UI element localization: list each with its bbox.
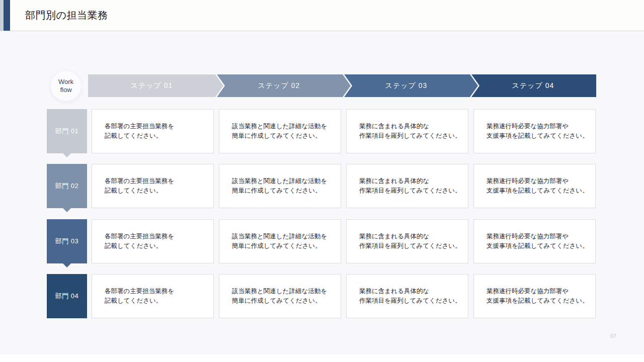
- task-cell-row2-col3: 業務に含まれる具体的な 作業項目を羅列してみてください。: [346, 164, 468, 208]
- department-notch-03: [63, 263, 71, 267]
- task-text-line2: 記載してください。: [105, 186, 209, 196]
- task-cell-row1-col4: 業務遂行時必要な協力部署や 支援事項を記載してみてください。: [473, 109, 596, 153]
- step-label-03: ステップ 03: [385, 81, 428, 90]
- department-box-04: 部門 04: [47, 274, 87, 318]
- workflow-badge-line2: flow: [60, 86, 71, 94]
- task-cell-row4-col1: 各部署の主要担当業務を 記載してください。: [92, 274, 214, 318]
- task-cell-row3-col1: 各部署の主要担当業務を 記載してください。: [92, 219, 214, 263]
- department-notch-01: [63, 153, 71, 157]
- task-text-line1: 該当業務と関連した詳細な活動を: [232, 232, 337, 241]
- task-text-line2: 簡単に作成してみてください。: [232, 241, 337, 251]
- task-text-line2: 記載してください。: [105, 296, 209, 306]
- department-row-01: 部門 01 各部署の主要担当業務を 記載してください。 該当業務と関連した詳細な…: [0, 109, 644, 153]
- task-text-line2: 記載してください。: [105, 131, 209, 141]
- task-cell-row1-col2: 該当業務と関連した詳細な活動を 簡単に作成してみてください。: [219, 109, 341, 153]
- department-label-02: 部門 02: [55, 182, 79, 191]
- task-cell-row2-col4: 業務遂行時必要な協力部署や 支援事項を記載してみてください。: [473, 164, 596, 208]
- task-text-line1: 業務に含まれる具体的な: [359, 122, 464, 131]
- task-text-line2: 簡単に作成してみてください。: [232, 186, 337, 196]
- department-row-03: 部門 03 各部署の主要担当業務を 記載してください。 該当業務と関連した詳細な…: [0, 219, 644, 263]
- task-cell-row4-col4: 業務遂行時必要な協力部署や 支援事項を記載してみてください。: [473, 274, 596, 318]
- task-text-line1: 各部署の主要担当業務を: [105, 176, 209, 186]
- page-title: 部門別の担当業務: [25, 0, 108, 31]
- task-text-line1: 業務遂行時必要な協力部署や: [487, 287, 591, 296]
- step-arrow-02: ステップ 02: [215, 74, 351, 97]
- task-text-line2: 作業項目を羅列してみてください。: [359, 241, 464, 251]
- page-number: 07: [606, 333, 621, 339]
- step-arrow-04: ステップ 04: [470, 74, 596, 97]
- task-text-line1: 各部署の主要担当業務を: [105, 287, 209, 296]
- task-cell-row4-col2: 該当業務と関連した詳細な活動を 簡単に作成してみてください。: [219, 274, 341, 318]
- department-label-03: 部門 03: [55, 237, 79, 246]
- department-box-02: 部門 02: [47, 164, 87, 208]
- task-cell-row1-col1: 各部署の主要担当業務を 記載してください。: [92, 109, 214, 153]
- workflow-badge-line1: Work: [58, 78, 73, 86]
- task-text-line1: 業務遂行時必要な協力部署や: [487, 122, 591, 131]
- task-text-line1: 該当業務と関連した詳細な活動を: [232, 287, 337, 296]
- task-cell-row2-col1: 各部署の主要担当業務を 記載してください。: [92, 164, 214, 208]
- task-cell-row1-col3: 業務に含まれる具体的な 作業項目を羅列してみてください。: [346, 109, 468, 153]
- step-label-04: ステップ 04: [512, 81, 554, 90]
- task-text-line2: 作業項目を羅列してみてください。: [359, 296, 464, 306]
- department-row-04: 部門 04 各部署の主要担当業務を 記載してください。 該当業務と関連した詳細な…: [0, 274, 644, 318]
- step-arrow-02-shape: ステップ 02: [215, 74, 351, 97]
- step-label-01: ステップ 01: [131, 81, 173, 90]
- header-accent-strip: [0, 0, 4, 31]
- step-arrow-03-shape: ステップ 03: [343, 74, 478, 97]
- task-text-line1: 各部署の主要担当業務を: [105, 232, 209, 241]
- task-text-line1: 各部署の主要担当業務を: [105, 122, 209, 131]
- department-label-01: 部門 01: [55, 127, 79, 136]
- step-arrow-bar: ステップ 01 ステップ 02 ステップ 03 ステップ 04: [88, 74, 596, 97]
- task-cell-row3-col3: 業務に含まれる具体的な 作業項目を羅列してみてください。: [346, 219, 468, 263]
- department-box-03: 部門 03: [47, 219, 87, 263]
- department-box-01: 部門 01: [47, 109, 87, 153]
- task-text-line2: 支援事項を記載してみてください。: [487, 241, 591, 251]
- task-cell-row3-col4: 業務遂行時必要な協力部署や 支援事項を記載してみてください。: [473, 219, 596, 263]
- task-text-line2: 支援事項を記載してみてください。: [487, 296, 591, 306]
- slide: 部門別の担当業務 Work flow ステップ 01 ステップ 02 ステップ …: [0, 0, 644, 362]
- task-text-line1: 業務に含まれる具体的な: [359, 176, 464, 186]
- task-text-line2: 簡単に作成してみてください。: [232, 296, 337, 306]
- header: 部門別の担当業務: [0, 0, 644, 31]
- task-text-line2: 記載してください。: [105, 241, 209, 251]
- header-accent-bar: [4, 0, 10, 31]
- step-arrow-04-shape: ステップ 04: [470, 74, 596, 97]
- task-text-line1: 業務に含まれる具体的な: [359, 232, 464, 241]
- step-arrow-03: ステップ 03: [343, 74, 478, 97]
- department-label-04: 部門 04: [55, 292, 79, 301]
- department-notch-02: [63, 208, 71, 212]
- task-text-line2: 作業項目を羅列してみてください。: [359, 131, 464, 141]
- step-arrow-01-shape: ステップ 01: [88, 74, 223, 97]
- department-row-02: 部門 02 各部署の主要担当業務を 記載してください。 該当業務と関連した詳細な…: [0, 164, 644, 208]
- task-text-line1: 業務遂行時必要な協力部署や: [487, 232, 591, 241]
- task-text-line1: 業務遂行時必要な協力部署や: [487, 176, 591, 186]
- step-arrow-01: ステップ 01: [88, 74, 223, 97]
- bottom-strip: [0, 354, 644, 362]
- task-text-line2: 作業項目を羅列してみてください。: [359, 186, 464, 196]
- task-text-line2: 支援事項を記載してみてください。: [487, 131, 591, 141]
- step-label-02: ステップ 02: [258, 81, 300, 90]
- task-text-line1: 該当業務と関連した詳細な活動を: [232, 176, 337, 186]
- workflow-badge: Work flow: [51, 71, 81, 101]
- task-cell-row2-col2: 該当業務と関連した詳細な活動を 簡単に作成してみてください。: [219, 164, 341, 208]
- task-text-line1: 業務に含まれる具体的な: [359, 287, 464, 296]
- task-cell-row3-col2: 該当業務と関連した詳細な活動を 簡単に作成してみてください。: [219, 219, 341, 263]
- task-cell-row4-col3: 業務に含まれる具体的な 作業項目を羅列してみてください。: [346, 274, 468, 318]
- task-text-line1: 該当業務と関連した詳細な活動を: [232, 122, 337, 131]
- task-text-line2: 簡単に作成してみてください。: [232, 131, 337, 141]
- task-text-line2: 支援事項を記載してみてください。: [487, 186, 591, 196]
